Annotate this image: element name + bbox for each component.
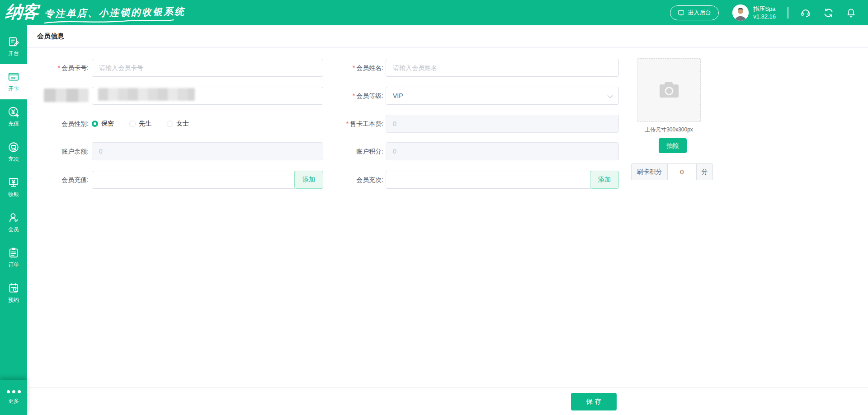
photo-size-hint: 上传尺寸300x300px [628,126,710,134]
recharge-money-icon [8,106,19,118]
swipe-points-input[interactable] [668,164,696,180]
card-fee-input [386,115,619,133]
sidebar-item-orders[interactable]: 订单 [0,240,27,275]
recharge-times-add-button[interactable]: 添加 [590,171,619,189]
sidebar: 开台 VIP 开卡 [0,25,27,415]
card-number-input[interactable] [92,59,323,77]
sidebar-item-label: 充次 [8,155,19,163]
sidebar-item-booking[interactable]: 预约 [0,275,27,311]
recharge-label: 会员充值: [32,171,89,189]
gender-radio-mr[interactable]: 先生 [129,120,151,128]
sidebar-item-vip-card[interactable]: VIP 开卡 [0,64,27,99]
sidebar-nav: 开台 VIP 开卡 [0,25,27,311]
radio-icon [129,121,136,127]
store-info: 指压Spa v1.32.16 [753,5,776,20]
gender-radio-ms[interactable]: 女士 [167,120,189,128]
header-actions: 进入后台 指压Spa v1.32.16 [670,5,868,21]
sidebar-item-recharge-times[interactable]: 充次 [0,135,27,170]
sidebar-item-label: 预约 [8,296,19,304]
sidebar-item-label: 会员 [8,226,19,233]
avatar[interactable] [732,5,749,21]
required-mark: * [353,92,355,99]
member-level-label: *会员等级: [307,87,383,105]
radio-icon [167,121,173,127]
sidebar-item-more[interactable]: 更多 [0,380,27,415]
required-mark: * [353,64,355,71]
recharge-times-input[interactable] [386,171,590,189]
sidebar-item-members[interactable]: 会员 [0,205,27,240]
points-input [386,142,619,160]
gender-label: 会员性别: [32,115,89,133]
card-fee-label: *售卡工本费: [307,115,383,133]
member-name-label: *会员姓名: [307,59,383,77]
footer-bar: 保 存 [27,387,868,415]
censored-field-value [98,88,195,101]
balance-input [92,142,323,160]
tagline-underline-decoration [43,19,175,24]
member-name-input[interactable] [386,59,619,77]
store-name: 指压Spa [753,5,776,13]
sidebar-item-recharge[interactable]: 充值 [0,99,27,135]
member-level-value: VIP [393,92,403,99]
take-photo-button[interactable]: 拍照 [659,138,687,153]
recharge-times-group: 添加 [386,171,619,189]
sidebar-item-label: 更多 [8,397,19,405]
chevron-down-icon [608,93,613,98]
monitor-icon [678,9,684,16]
notifications-bell-icon[interactable] [846,8,856,18]
sidebar-item-label: 开卡 [8,85,19,93]
photo-upload-box[interactable] [637,58,701,122]
camera-icon [659,81,679,99]
sidebar-item-label: 开台 [8,50,19,57]
top-header: 纳客 专注单店、小连锁的收银系统 进入后台 [0,0,868,25]
sidebar-item-label: 订单 [8,261,19,269]
vip-card-icon: VIP [7,71,20,83]
main-content: 会员信息 *会员卡号: *会员姓名: *会员等级: VIP [27,25,868,415]
cashier-monitor-icon [8,177,19,188]
member-level-select[interactable]: VIP [386,87,619,105]
sidebar-item-label: 收银 [8,191,19,198]
required-mark: * [346,120,349,127]
app-logo: 纳客 [5,0,39,23]
app-root: 纳客 专注单店、小连锁的收银系统 进入后台 [0,0,868,415]
recharge-times-label: 会员充次: [307,171,383,189]
svg-text:VIP: VIP [11,76,17,80]
enter-backend-button[interactable]: 进入后台 [670,5,719,20]
member-person-icon [8,212,19,224]
gender-radio-secret[interactable]: 保密 [92,120,114,128]
card-number-label: *会员卡号: [32,59,89,77]
member-form: *会员卡号: *会员姓名: *会员等级: VIP 会员性别: [27,25,868,415]
sidebar-item-open-table[interactable]: 开台 [0,29,27,64]
more-dots-icon [7,390,21,393]
swipe-points-widget: 刷卡积分 分 [631,163,713,180]
radio-icon [92,121,98,127]
recharge-input[interactable] [92,171,295,189]
censored-field-label [44,89,89,102]
swipe-points-label: 刷卡积分 [632,164,668,180]
swipe-points-unit: 分 [696,164,712,180]
points-label: 账户积分: [307,142,383,160]
save-button[interactable]: 保 存 [571,393,617,410]
app-version: v1.32.16 [753,13,776,20]
sync-icon[interactable] [823,7,834,19]
support-headset-icon[interactable] [800,7,811,18]
booking-clock-icon [8,282,19,294]
sidebar-item-cashier[interactable]: 收银 [0,170,27,205]
balance-label: 账户余额: [32,142,89,160]
brand-area: 纳客 专注单店、小连锁的收银系统 [0,0,185,25]
app-tagline: 专注单店、小连锁的收银系统 [44,5,185,20]
header-divider [788,7,788,19]
recharge-group: 添加 [92,171,323,189]
required-mark: * [58,64,60,71]
enter-backend-label: 进入后台 [688,9,711,17]
order-clipboard-icon [8,247,19,259]
gender-radio-group: 保密 先生 女士 [92,115,204,133]
sidebar-item-label: 充值 [8,120,19,128]
open-table-icon [8,36,19,47]
recharge-times-icon [8,141,19,153]
